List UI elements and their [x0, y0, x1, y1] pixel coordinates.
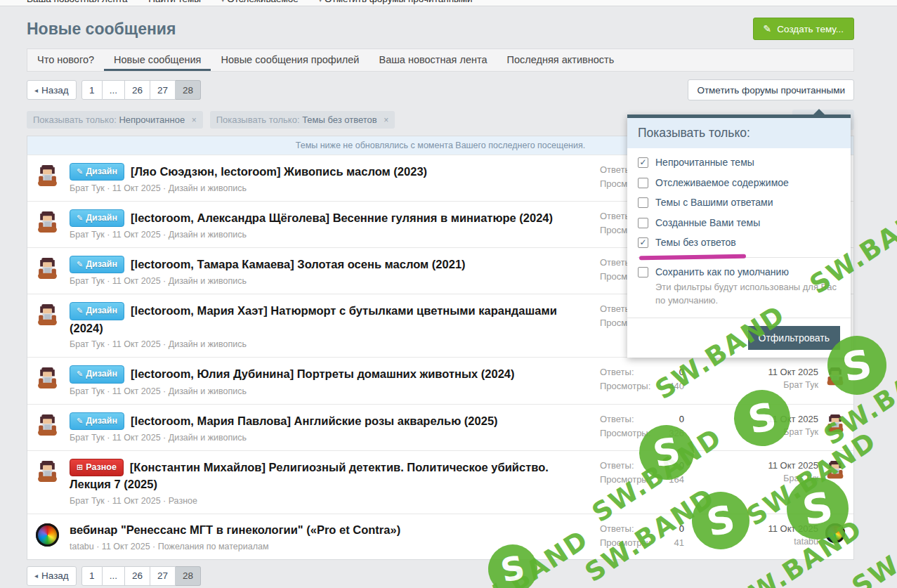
avatar[interactable]: [36, 460, 59, 483]
checkbox-icon[interactable]: [638, 218, 648, 228]
grid-icon: ⊞: [77, 463, 83, 471]
thread-meta[interactable]: Брат Тук · 11 Окт 2025 · Дизайн и живопи…: [70, 183, 590, 193]
thread-meta[interactable]: Брат Тук · 11 Окт 2025 · Дизайн и живопи…: [70, 433, 590, 443]
tab-new-profile-posts[interactable]: Новые сообщения профилей: [211, 49, 369, 71]
nav-item-find-threads[interactable]: Найти темы: [148, 0, 201, 4]
page-numbers: 1 ... 26 27 28: [81, 80, 201, 100]
last-post-author[interactable]: Брат Тук: [684, 473, 818, 483]
tab-whats-new[interactable]: Что нового?: [27, 49, 104, 71]
tab-your-news-feed[interactable]: Ваша новостная лента: [369, 49, 497, 71]
back-button[interactable]: ◂ Назад: [27, 80, 77, 100]
page-26[interactable]: 26: [125, 80, 150, 100]
chevron-down-icon: ▾: [221, 0, 225, 4]
last-post-date[interactable]: 11 Окт 2025: [684, 414, 818, 424]
thread-stats: Ответы:0 Просмотры:41: [600, 523, 684, 551]
thread-meta[interactable]: Брат Тук · 11 Окт 2025 · Разное: [70, 496, 590, 506]
thread-title[interactable]: [lectoroom, Мария Павлова] Английские ро…: [131, 414, 498, 427]
nav-item-mark-forums-read[interactable]: Отметить форумы прочитанными: [325, 0, 473, 4]
option-threads-without-replies[interactable]: Темы без ответов: [638, 237, 840, 249]
badge-design[interactable]: ✎Дизайн: [70, 365, 124, 383]
apply-filters-button[interactable]: Отфильтровать: [748, 326, 840, 350]
replies-count: 0: [679, 523, 684, 534]
page-28-current[interactable]: 28: [176, 80, 201, 100]
last-post-author[interactable]: tatabu: [684, 537, 818, 547]
page-1[interactable]: 1: [81, 566, 103, 586]
thread-meta[interactable]: tatabu · 11 Окт 2025 · Пожелания по мате…: [70, 542, 590, 551]
option-watched-content[interactable]: Отслеживаемое содержимое: [638, 177, 840, 190]
filter-chip-unread[interactable]: Показывать только: Непрочитанное ×: [27, 111, 203, 129]
nav-item-watched[interactable]: Отслеживаемое: [227, 0, 298, 4]
checkbox-checked-icon[interactable]: [638, 237, 648, 248]
page-26[interactable]: 26: [125, 566, 150, 586]
thread-title[interactable]: [lectoroom, Александра Щёголева] Весенни…: [131, 211, 553, 224]
avatar[interactable]: [36, 414, 59, 437]
filter-chip-no-replies[interactable]: Показывать только: Темы без ответов ×: [210, 111, 395, 129]
back-button[interactable]: ◂ Назад: [27, 566, 77, 586]
last-post-author[interactable]: Брат Тук: [684, 380, 818, 390]
checkbox-icon[interactable]: [638, 178, 648, 188]
tab-latest-activity[interactable]: Последняя активность: [497, 49, 624, 71]
last-post-author[interactable]: Брат Тук: [684, 427, 818, 437]
page-27[interactable]: 27: [150, 80, 176, 100]
thread-meta[interactable]: Брат Тук · 11 Окт 2025 · Дизайн и живопи…: [70, 339, 590, 349]
badge-design[interactable]: ✎Дизайн: [70, 163, 124, 181]
mini-avatar[interactable]: [825, 523, 845, 543]
badge-design[interactable]: ✎Дизайн: [70, 209, 124, 227]
thread-title[interactable]: [Константин Михайлов] Религиозный детект…: [70, 461, 549, 490]
badge-design[interactable]: ✎Дизайн: [70, 302, 124, 320]
checkbox-checked-icon[interactable]: [638, 157, 648, 168]
avatar[interactable]: [36, 367, 59, 390]
brush-icon: ✎: [77, 417, 83, 425]
thread-title[interactable]: вебинар "Ренессанс МГТ в гинекологии" («…: [70, 523, 400, 536]
thread-title[interactable]: [lectoroom, Тамара Камаева] Золотая осен…: [131, 258, 466, 270]
last-post-date[interactable]: 11 Окт 2025: [684, 367, 818, 377]
thread-meta[interactable]: Брат Тук · 11 Окт 2025 · Дизайн и живопи…: [70, 386, 590, 396]
avatar[interactable]: [36, 523, 59, 547]
dropdown-top-bar: [627, 115, 851, 118]
thread-stats: Ответы:0 Просмотры:440: [600, 367, 684, 395]
checkbox-icon[interactable]: [638, 267, 648, 277]
last-post: 11 Окт 2025 Брат Тук: [684, 414, 825, 437]
page-title: Новые сообщения: [27, 20, 176, 39]
badge-misc[interactable]: ⊞Разное: [70, 459, 124, 476]
avatar[interactable]: [36, 303, 59, 327]
page-ellipsis[interactable]: ...: [103, 566, 125, 586]
page-ellipsis[interactable]: ...: [103, 80, 125, 100]
tab-new-posts[interactable]: Новые сообщения: [104, 49, 211, 71]
avatar[interactable]: [36, 164, 59, 188]
thread-title[interactable]: [lectoroom, Мария Хаэт] Натюрморт с буты…: [70, 304, 557, 334]
thread-title[interactable]: [lectoroom, Юлия Дубинина] Портреты дома…: [131, 367, 515, 380]
views-count: 440: [669, 381, 684, 391]
avatar[interactable]: [36, 211, 59, 234]
badge-design[interactable]: ✎Дизайн: [70, 412, 124, 430]
last-post-date[interactable]: 11 Окт 2025: [684, 523, 818, 534]
checkbox-icon[interactable]: [638, 197, 648, 208]
thread-row: ✎Дизайн[lectoroom, Мария Павлова] Англий…: [27, 404, 853, 450]
views-count: 326: [669, 428, 684, 438]
option-unread-threads[interactable]: Непрочитанные темы: [638, 157, 840, 169]
badge-design[interactable]: ✎Дизайн: [70, 256, 124, 273]
mini-avatar[interactable]: [825, 414, 845, 433]
mini-avatar[interactable]: [825, 460, 845, 480]
close-icon[interactable]: ×: [192, 115, 197, 125]
mark-forums-read-button[interactable]: Отметить форумы прочитанными: [688, 79, 854, 100]
nav-item-news-feed[interactable]: Ваша новостная лента: [27, 0, 127, 4]
thread-meta[interactable]: Брат Тук · 11 Окт 2025 · Дизайн и живопи…: [70, 230, 590, 240]
option-threads-with-your-replies[interactable]: Темы с Вашими ответами: [638, 197, 840, 209]
avatar[interactable]: [36, 257, 59, 280]
thread-title[interactable]: [Ляо Сюэдзюн, lectoroom] Живопись маслом…: [131, 165, 427, 178]
option-save-as-default[interactable]: Сохранить как по умолчанию: [638, 266, 840, 279]
page-27[interactable]: 27: [150, 566, 176, 586]
option-threads-you-created[interactable]: Созданные Вами темы: [638, 217, 840, 230]
mini-avatar[interactable]: [825, 367, 845, 386]
page-28-current[interactable]: 28: [176, 566, 201, 586]
page-1[interactable]: 1: [81, 80, 103, 100]
thread-row: ✎Дизайн[lectoroom, Юлия Дубинина] Портре…: [27, 357, 853, 403]
create-thread-button[interactable]: ✎ Создать тему...: [753, 18, 854, 40]
thread-row: ⊞Разное[Константин Михайлов] Религиозный…: [27, 450, 853, 514]
replies-count: 0: [679, 460, 684, 471]
last-post: 11 Окт 2025 Брат Тук: [684, 460, 825, 483]
close-icon[interactable]: ×: [384, 115, 388, 125]
last-post-date[interactable]: 11 Окт 2025: [684, 460, 818, 471]
thread-meta[interactable]: Брат Тук · 11 Окт 2025 · Дизайн и живопи…: [70, 276, 590, 286]
